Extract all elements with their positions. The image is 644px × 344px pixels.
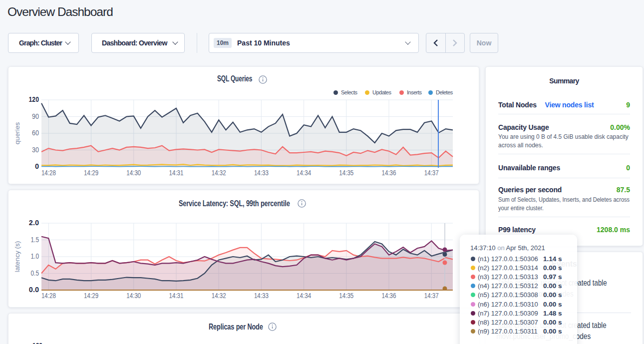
svg-text:14:33: 14:33: [254, 292, 269, 300]
svg-text:1.5: 1.5: [31, 236, 39, 244]
svg-text:14:31: 14:31: [169, 169, 184, 177]
svg-text:1.0: 1.0: [31, 252, 39, 260]
svg-text:14:32: 14:32: [212, 169, 226, 177]
svg-text:14:30: 14:30: [126, 169, 141, 177]
svg-text:14:32: 14:32: [212, 292, 226, 300]
svg-text:14:29: 14:29: [84, 169, 98, 177]
svg-text:14:37: 14:37: [424, 292, 439, 300]
svg-text:0: 0: [35, 162, 39, 170]
svg-text:14:31: 14:31: [169, 292, 184, 300]
svg-text:14:29: 14:29: [84, 292, 98, 300]
svg-text:14:36: 14:36: [382, 169, 396, 177]
svg-text:120: 120: [29, 95, 39, 103]
svg-text:latency (s): latency (s): [13, 241, 21, 272]
svg-text:14:35: 14:35: [339, 292, 353, 300]
svg-text:14:33: 14:33: [254, 169, 269, 177]
svg-text:14:34: 14:34: [297, 292, 311, 300]
svg-text:2.0: 2.0: [29, 219, 39, 227]
svg-text:queries: queries: [13, 122, 21, 145]
svg-text:14:35: 14:35: [339, 169, 353, 177]
svg-text:90: 90: [32, 112, 39, 120]
svg-text:0.0: 0.0: [29, 286, 39, 294]
svg-text:30: 30: [32, 146, 39, 154]
svg-text:14:36: 14:36: [382, 292, 396, 300]
svg-text:14:34: 14:34: [297, 169, 311, 177]
svg-text:14:28: 14:28: [41, 169, 56, 177]
svg-text:14:30: 14:30: [126, 292, 141, 300]
svg-text:0.5: 0.5: [31, 269, 39, 277]
svg-text:14:28: 14:28: [41, 292, 56, 300]
svg-text:60: 60: [32, 129, 39, 137]
svg-text:14:37: 14:37: [424, 169, 439, 177]
